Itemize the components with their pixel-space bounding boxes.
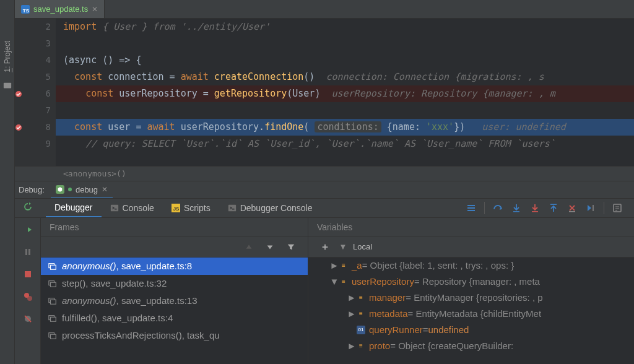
svg-text:JS: JS [173, 206, 180, 212]
svg-rect-10 [569, 211, 575, 212]
tab-scripts[interactable]: JS Scripts [163, 199, 219, 217]
node-icon: ⬢ [56, 185, 64, 194]
editor-tab-active[interactable]: TS save_update.ts ✕ [15, 0, 105, 18]
stop-button[interactable] [20, 266, 36, 282]
variables-toolbar: ▼ Local [308, 236, 634, 258]
step-over-button[interactable] [490, 200, 506, 216]
breakpoint-icon[interactable] [15, 123, 24, 132]
svg-rect-25 [51, 317, 56, 321]
svg-rect-13 [28, 249, 30, 255]
variable-row[interactable]: 01 queryRunner = undefined [308, 322, 634, 338]
debug-config-tab[interactable]: ⬢ debug ✕ [51, 181, 113, 198]
add-watch-button[interactable] [317, 239, 333, 255]
tab-filename: save_update.ts [33, 4, 88, 14]
debug-tool-header: Debug: ⬢ debug ✕ [15, 181, 634, 198]
debugger-body: Frames anonymous(), save_update.ts:8 ste… [15, 218, 634, 364]
console-icon [228, 204, 237, 212]
evaluate-expression-button[interactable] [609, 200, 625, 216]
svg-rect-0 [3, 82, 11, 88]
frame-icon [48, 331, 57, 340]
tab-debugger[interactable]: Debugger [46, 199, 102, 217]
step-into-button[interactable] [508, 200, 524, 216]
project-icon [3, 81, 12, 90]
svg-rect-12 [25, 249, 27, 255]
frame-row[interactable]: fulfilled(), save_update.ts:4 [41, 310, 308, 327]
close-tab-icon[interactable]: ✕ [92, 5, 98, 14]
breakpoint-icon[interactable] [15, 89, 24, 99]
variable-row[interactable]: ►≡ metadata = EntityMetadata {childEntit… [308, 306, 634, 322]
left-tool-rail: 1: Project [0, 0, 15, 364]
frame-up-button[interactable] [241, 239, 257, 255]
code-editor[interactable]: 2 3 4 5 6 7 8 9 import { User } from '..… [15, 19, 634, 166]
console-icon [110, 204, 119, 212]
variable-row[interactable]: ►≡ proto = Object {createQueryBuilder: [308, 338, 634, 354]
frame-row[interactable]: anonymous(), save_update.ts:8 [41, 258, 308, 275]
ts-file-icon: TS [21, 5, 30, 14]
resume-button[interactable] [20, 222, 36, 238]
tab-debugger-console[interactable]: Debugger Console [219, 199, 321, 217]
svg-rect-21 [51, 282, 56, 287]
frames-toolbar [41, 236, 308, 258]
mute-breakpoints-button[interactable] [20, 311, 36, 327]
gutter: 2 3 4 5 6 7 8 9 [15, 19, 56, 166]
frames-list[interactable]: anonymous(), save_update.ts:8 step(), sa… [41, 258, 308, 344]
frame-down-button[interactable] [262, 239, 278, 255]
code-content[interactable]: import { User } from '../entity/User' (a… [56, 19, 634, 166]
debug-label: Debug: [19, 185, 45, 194]
scope-local[interactable]: Local [353, 242, 372, 251]
frame-icon [48, 314, 57, 323]
debugger-toolbar: Debugger Console JS Scripts Debugger Con… [15, 198, 634, 218]
frames-panel: Frames anonymous(), save_update.ts:8 ste… [41, 218, 308, 364]
frame-icon [48, 262, 57, 271]
pause-button[interactable] [20, 244, 36, 260]
frame-icon [48, 279, 57, 288]
variable-row[interactable]: ▼≡ userRepository = Repository {manager:… [308, 274, 634, 290]
drop-frame-button[interactable] [564, 200, 580, 216]
view-breakpoints-button[interactable] [20, 288, 36, 305]
svg-rect-23 [51, 300, 56, 304]
frame-row[interactable]: processTicksAndRejections(), task_qu [41, 327, 308, 344]
svg-rect-27 [51, 334, 56, 339]
project-tool-window-button[interactable]: 1: Project [2, 37, 13, 76]
svg-rect-19 [51, 265, 56, 269]
editor-tab-bar: TS save_update.ts ✕ [15, 0, 634, 19]
running-dot-icon [68, 188, 72, 191]
frames-title: Frames [41, 218, 308, 236]
expand-icon[interactable]: ▼ [338, 242, 348, 251]
tab-console[interactable]: Console [102, 199, 163, 217]
svg-rect-14 [25, 271, 31, 277]
force-step-into-button[interactable] [527, 200, 543, 216]
breadcrumb[interactable]: <anonymous>() [15, 166, 634, 181]
run-to-cursor-button[interactable] [583, 200, 599, 216]
frame-row[interactable]: anonymous(), save_update.ts:13 [41, 292, 308, 310]
variables-panel: Variables ▼ Local ►≡ _a = Object {label:… [308, 218, 634, 364]
step-out-button[interactable] [545, 200, 562, 216]
svg-rect-9 [550, 204, 557, 206]
svg-point-16 [27, 296, 32, 301]
variable-row[interactable]: ►≡ _a = Object {label: 1, sent: , trys: … [308, 258, 634, 274]
frame-filter-button[interactable] [283, 239, 299, 255]
rerun-button[interactable] [20, 199, 36, 215]
variables-list[interactable]: ►≡ _a = Object {label: 1, sent: , trys: … [308, 258, 634, 354]
frame-icon [48, 297, 57, 305]
svg-rect-8 [532, 211, 538, 212]
js-icon: JS [172, 204, 180, 212]
layout-button[interactable] [463, 200, 479, 216]
debug-side-actions [15, 218, 41, 364]
variables-title: Variables [308, 218, 634, 236]
close-icon[interactable]: ✕ [102, 185, 108, 194]
frame-row[interactable]: step(), save_update.ts:32 [41, 275, 308, 292]
variable-row[interactable]: ►≡ manager = EntityManager {repositories… [308, 290, 634, 306]
svg-rect-7 [513, 211, 519, 212]
